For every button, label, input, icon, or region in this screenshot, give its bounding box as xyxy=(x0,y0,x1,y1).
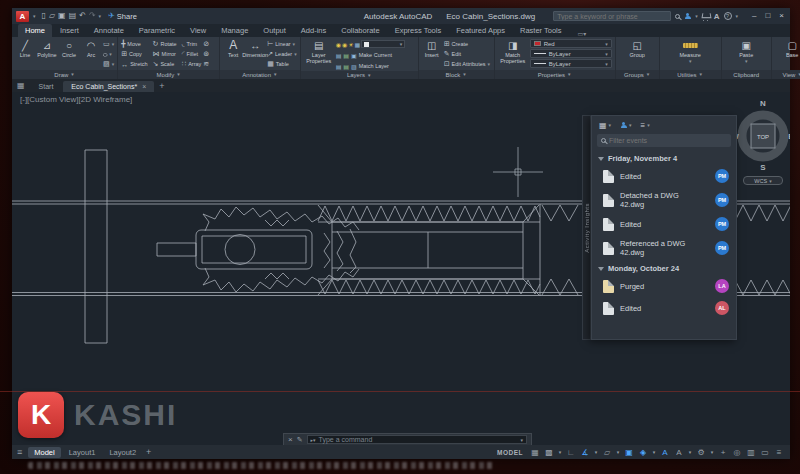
redo-icon[interactable]: ↷ xyxy=(89,11,96,21)
activity-insights-tab[interactable]: Activity Insights xyxy=(582,115,591,340)
layout1-tab[interactable]: Layout1 xyxy=(63,447,102,458)
command-recent-caret-icon[interactable]: ▾ xyxy=(520,437,523,443)
insert-button[interactable]: ◫ Insert xyxy=(422,39,442,58)
erase-button[interactable]: ⊘ xyxy=(203,39,209,49)
layer-sun-icon[interactable]: ☀ xyxy=(348,41,353,48)
plot-icon[interactable]: ▤ xyxy=(69,11,77,21)
modify-panel-label[interactable]: Modify▼ xyxy=(118,70,219,79)
layer-freeze-icon[interactable]: ◉ xyxy=(342,41,347,48)
ribbon-tab-addins[interactable]: Add-ins xyxy=(294,24,333,37)
help-icon[interactable]: ? xyxy=(724,12,732,20)
ribbon-tab-raster-tools[interactable]: Raster Tools xyxy=(513,24,569,37)
mirror-button[interactable]: ⋈Mirror xyxy=(153,49,177,59)
snap-icon[interactable]: ▩ xyxy=(543,448,555,457)
activity-view-dropdown[interactable]: ▦▾ xyxy=(599,121,611,130)
scale-button[interactable]: ↘Scale xyxy=(153,59,177,69)
search-input[interactable] xyxy=(553,11,671,21)
trim-button[interactable]: ◟Trim xyxy=(182,39,202,49)
activity-item[interactable]: Edited PM xyxy=(592,165,736,187)
snap-caret-icon[interactable]: ▾ xyxy=(557,449,563,455)
file-tab-start[interactable]: Start xyxy=(31,81,62,92)
make-current-label[interactable]: Make Current xyxy=(359,52,392,58)
activity-filter-input[interactable] xyxy=(609,137,719,144)
layer-state-icon-4[interactable]: ▤ xyxy=(343,63,349,70)
copy-button[interactable]: ⊞Copy xyxy=(121,49,147,59)
file-tabs-menu-icon[interactable]: ▦ xyxy=(17,81,25,90)
share-button[interactable]: ✈ Share xyxy=(108,11,137,21)
activity-item[interactable]: Edited PM xyxy=(592,213,736,235)
rotate-button[interactable]: ↻Rotate xyxy=(153,39,177,49)
workspace-gear-icon[interactable]: ⚙ xyxy=(695,448,707,457)
command-line-bar[interactable]: × ✎ ▸▾ Type a command ▾ xyxy=(283,433,532,445)
annotation-caret-icon[interactable]: ▾ xyxy=(687,449,693,455)
activity-item[interactable]: Detached a DWG 42.dwg PM xyxy=(592,187,736,213)
activity-user-filter-dropdown[interactable]: ▾ xyxy=(620,122,632,129)
group-button[interactable]: ◱ Group xyxy=(627,39,647,58)
offset-button[interactable]: ≋ xyxy=(203,59,209,69)
layout-menu-icon[interactable]: ≡ xyxy=(17,447,22,457)
ribbon-tab-collaborate[interactable]: Collaborate xyxy=(334,24,386,37)
undo-icon[interactable]: ↶ xyxy=(79,11,86,21)
layer-lock-icon[interactable]: ▦ xyxy=(355,41,361,48)
draw-panel-label[interactable]: Draw▼ xyxy=(12,70,117,79)
linetype-select[interactable]: ByLayer ▾ xyxy=(530,59,612,68)
new-drawing-icon[interactable]: + xyxy=(159,81,164,91)
move-button[interactable]: ╋Move xyxy=(121,39,147,49)
linear-button[interactable]: ⊢Linear▾ xyxy=(267,39,297,49)
new-layout-icon[interactable]: + xyxy=(146,447,151,457)
ribbon-tab-home[interactable]: Home xyxy=(18,24,52,37)
polar-caret-icon[interactable]: ▾ xyxy=(593,449,599,455)
ellipse-button[interactable]: ○▾ xyxy=(103,49,114,59)
table-button[interactable]: ▦Table xyxy=(267,59,297,69)
customize-icon[interactable]: ≡ xyxy=(773,448,785,457)
layer-properties-button[interactable]: ▤ Layer Properties xyxy=(304,39,334,64)
circle-button[interactable]: ○ Circle xyxy=(59,39,79,58)
explode-button[interactable]: ⊛ xyxy=(203,49,209,59)
match-properties-button[interactable]: ◨ Match Properties xyxy=(498,39,528,64)
text-button[interactable]: A Text xyxy=(223,39,243,58)
activity-group-header[interactable]: Friday, November 4 xyxy=(592,151,736,165)
sign-in-icon[interactable] xyxy=(684,13,691,20)
autocad-logo[interactable]: A xyxy=(16,11,29,22)
layers-panel-label[interactable]: Layers▼ xyxy=(301,71,418,79)
cart-icon[interactable] xyxy=(702,13,710,19)
layer-state-icon-1[interactable]: ▤ xyxy=(336,52,342,59)
open-icon[interactable]: ▱ xyxy=(49,11,55,21)
fillet-button[interactable]: ◜Fillet xyxy=(182,49,202,59)
model-space-canvas[interactable]: [-][Custom View][2D Wireframe] xyxy=(12,92,790,445)
workspace-caret-icon[interactable]: ▾ xyxy=(709,449,715,455)
save-icon[interactable]: ▣ xyxy=(58,11,66,21)
autodesk-icon[interactable]: A xyxy=(714,12,720,21)
layout2-tab[interactable]: Layout2 xyxy=(103,447,142,458)
isolate-icon[interactable]: ◎ xyxy=(731,448,743,457)
utilities-panel-label[interactable]: Utilities▼ xyxy=(660,70,721,79)
view-panel-label[interactable]: View▼ xyxy=(772,70,800,79)
polyline-button[interactable]: ⊿ Polyline xyxy=(37,39,57,58)
rectangle-button[interactable]: ▭▾ xyxy=(103,39,114,49)
line-button[interactable]: ╱ Line xyxy=(15,39,35,58)
ortho-icon[interactable]: ∟ xyxy=(565,448,577,457)
base-button[interactable]: ▢ Base xyxy=(782,39,800,58)
color-select[interactable]: Red ▾ xyxy=(530,39,612,48)
edit-block-button[interactable]: ✎Edit xyxy=(444,49,490,59)
viewcube[interactable]: TOP N W E S WCS▾ xyxy=(730,96,790,188)
model-tab[interactable]: Model xyxy=(28,447,60,458)
file-tab-close-icon[interactable]: × xyxy=(142,83,146,90)
ribbon-tab-annotate[interactable]: Annotate xyxy=(87,24,131,37)
viewport-controls-label[interactable]: [-][Custom View][2D Wireframe] xyxy=(20,95,132,104)
ribbon-tab-parametric[interactable]: Parametric xyxy=(132,24,182,37)
match-layer-label[interactable]: Match Layer xyxy=(359,63,389,69)
ribbon-tab-express-tools[interactable]: Express Tools xyxy=(388,24,449,37)
paste-button[interactable]: ▣ Paste ▾ xyxy=(736,39,756,64)
edit-attributes-button[interactable]: ⊡Edit Attributes▾ xyxy=(444,59,490,69)
search-icon[interactable] xyxy=(675,14,680,19)
activity-item[interactable]: Referenced a DWG 42.dwg PM xyxy=(592,235,736,261)
ribbon-tab-featured-apps[interactable]: Featured Apps xyxy=(449,24,512,37)
restore-button[interactable]: □ xyxy=(765,11,770,21)
isodraft-icon[interactable]: ▱ xyxy=(601,448,613,457)
block-panel-label[interactable]: Block▼ xyxy=(419,70,494,79)
activity-item[interactable]: Purged LA xyxy=(592,275,736,297)
annotation-scale-icon[interactable]: A xyxy=(673,448,685,457)
leader-button[interactable]: ↗Leader▾ xyxy=(267,49,297,59)
groups-panel-label[interactable]: Groups▼ xyxy=(616,70,659,79)
